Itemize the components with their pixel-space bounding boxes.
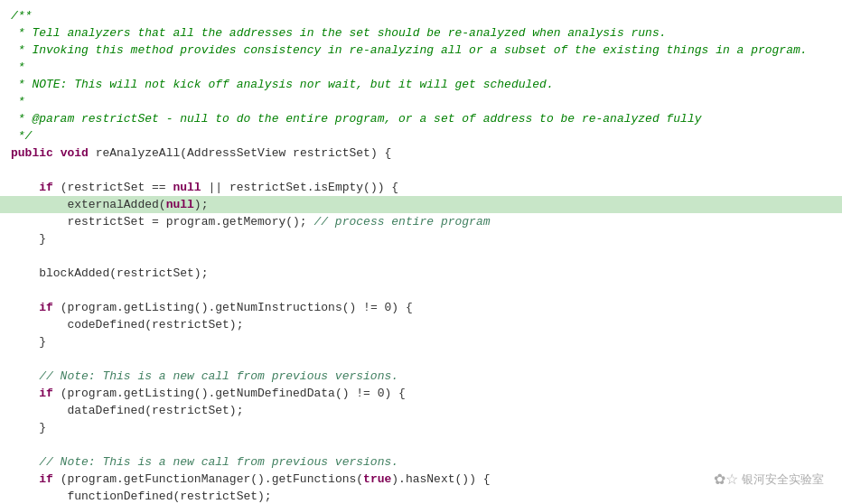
code-line <box>0 282 842 299</box>
code-line-content: /** <box>11 7 32 24</box>
plain-token <box>11 387 39 400</box>
code-line: * <box>0 93 842 110</box>
keyword-token: if <box>39 301 53 314</box>
code-line-content: } <box>11 419 46 436</box>
plain-token: (restrictSet == <box>53 181 173 194</box>
plain-token: } <box>11 232 46 246</box>
code-line: /** <box>0 7 842 24</box>
code-line: public void reAnalyzeAll(AddressSetView … <box>0 145 842 162</box>
plain-token <box>53 146 61 160</box>
null-token: null <box>166 198 194 211</box>
code-line-content: * @param restrictSet - null to do the en… <box>11 110 702 127</box>
plain-token: (program.getFunctionManager().getFunctio… <box>53 472 363 486</box>
code-line: } <box>0 333 842 350</box>
code-line-content: * Invoking this method provides consiste… <box>11 42 808 59</box>
keyword-token: public <box>11 146 53 160</box>
comment-token: * @param restrictSet - null to do the en… <box>11 112 702 126</box>
code-line-content: * Tell analyzers that all the addresses … <box>11 24 667 42</box>
null-token: null <box>173 181 201 194</box>
code-line-content: functionDefined(restrictSet); <box>11 488 272 504</box>
code-line: * Tell analyzers that all the addresses … <box>0 24 842 42</box>
code-line: if (restrictSet == null || restrictSet.i… <box>0 179 842 196</box>
code-line: if (program.getListing().getNumDefinedDa… <box>0 385 842 402</box>
plain-token: ).hasNext()) { <box>391 472 490 486</box>
code-line-content: public void reAnalyzeAll(AddressSetView … <box>11 145 391 162</box>
comment-token: * <box>11 95 25 108</box>
code-line <box>0 247 842 265</box>
code-line-content: } <box>11 333 46 350</box>
plain-token: ); <box>194 198 209 211</box>
comment-token: /** <box>11 9 32 23</box>
code-line: } <box>0 419 842 436</box>
code-line-content: dataDefined(restrictSet); <box>11 402 243 419</box>
code-line <box>0 436 842 453</box>
code-line: * <box>0 59 842 76</box>
code-line-content: */ <box>11 127 32 145</box>
code-viewer: /** * Tell analyzers that all the addres… <box>0 0 842 504</box>
plain-token: || restrictSet.isEmpty()) { <box>201 181 398 194</box>
keyword-token: if <box>39 472 53 486</box>
plain-token: reAnalyzeAll(AddressSetView restrictSet)… <box>89 146 391 160</box>
inline-comment-token: // process entire program <box>313 215 490 229</box>
code-line: * @param restrictSet - null to do the en… <box>0 110 842 127</box>
keyword-token: void <box>61 146 89 160</box>
code-line: blockAdded(restrictSet); <box>0 265 842 282</box>
comment-token: * Tell analyzers that all the addresses … <box>11 26 667 40</box>
code-line: dataDefined(restrictSet); <box>0 402 842 419</box>
code-line: restrictSet = program.getMemory(); // pr… <box>0 213 842 230</box>
code-line: * Invoking this method provides consiste… <box>0 42 842 59</box>
code-line-content: } <box>11 230 46 247</box>
comment-token: * NOTE: This will not kick off analysis … <box>11 78 554 91</box>
comment-token: */ <box>11 129 32 143</box>
code-line-content: codeDefined(restrictSet); <box>11 316 243 333</box>
plain-token: (program.getListing().getNumDefinedData(… <box>53 387 406 400</box>
inline-comment-token: // Note: This is a new call from previou… <box>11 369 398 383</box>
code-line: */ <box>0 127 842 145</box>
watermark: ✿☆ 银河安全实验室 <box>714 471 824 488</box>
plain-token: blockAdded(restrictSet); <box>11 266 208 280</box>
plain-token: } <box>11 421 46 434</box>
code-line-content: * <box>11 93 25 110</box>
plain-token: restrictSet = program.getMemory(); <box>11 215 313 229</box>
code-line <box>0 350 842 368</box>
comment-token: * Invoking this method provides consiste… <box>11 43 808 57</box>
code-line: * NOTE: This will not kick off analysis … <box>0 76 842 93</box>
code-line-content: blockAdded(restrictSet); <box>11 265 208 282</box>
code-line-content: if (program.getListing().getNumDefinedDa… <box>11 385 406 402</box>
plain-token: dataDefined(restrictSet); <box>11 404 243 417</box>
plain-token: } <box>11 335 46 349</box>
keyword-token: if <box>39 181 53 194</box>
plain-token <box>11 181 39 194</box>
plain-token: (program.getListing().getNumInstructions… <box>53 301 413 314</box>
code-line-content: if (program.getListing().getNumInstructi… <box>11 299 413 316</box>
boolean-token: true <box>363 472 391 486</box>
watermark-text: 银河安全实验室 <box>742 471 824 488</box>
code-line: } <box>0 230 842 247</box>
code-content: /** * Tell analyzers that all the addres… <box>0 7 842 504</box>
code-line: // Note: This is a new call from previou… <box>0 368 842 385</box>
keyword-token: if <box>39 387 53 400</box>
code-line: functionDefined(restrictSet); <box>0 488 842 504</box>
plain-token: functionDefined(restrictSet); <box>11 490 272 503</box>
code-line-content: if (restrictSet == null || restrictSet.i… <box>11 179 398 196</box>
code-line-content: * NOTE: This will not kick off analysis … <box>11 76 554 93</box>
watermark-icon: ✿☆ <box>714 471 738 488</box>
code-line: if (program.getListing().getNumInstructi… <box>0 299 842 316</box>
code-line: externalAdded(null); <box>0 196 842 213</box>
code-line: // Note: This is a new call from previou… <box>0 453 842 471</box>
inline-comment-token: // Note: This is a new call from previou… <box>11 455 398 469</box>
comment-token: * <box>11 61 25 74</box>
code-line-content: externalAdded(null); <box>11 196 208 213</box>
plain-token <box>11 301 39 314</box>
code-line: codeDefined(restrictSet); <box>0 316 842 333</box>
code-line-content: // Note: This is a new call from previou… <box>11 453 398 471</box>
plain-token: externalAdded( <box>11 198 166 211</box>
code-line-content: if (program.getFunctionManager().getFunc… <box>11 471 491 488</box>
code-line-content: // Note: This is a new call from previou… <box>11 368 398 385</box>
code-line-content: restrictSet = program.getMemory(); // pr… <box>11 213 491 230</box>
code-line-content: * <box>11 59 25 76</box>
plain-token: codeDefined(restrictSet); <box>11 318 243 331</box>
code-line <box>0 162 842 179</box>
plain-token <box>11 472 39 486</box>
